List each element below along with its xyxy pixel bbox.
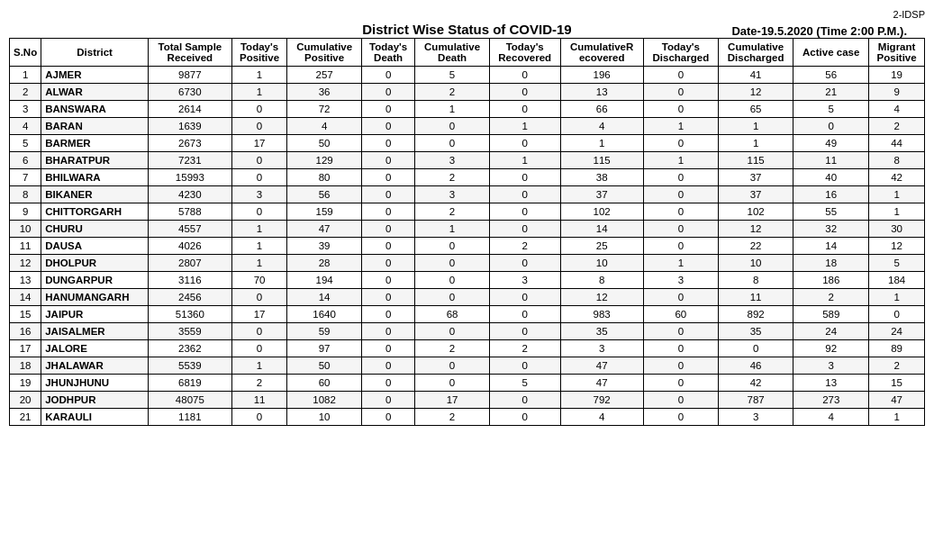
cell-district: BHILWARA [41, 169, 149, 186]
cell-cp: 72 [287, 101, 362, 118]
cell-sno: 8 [10, 186, 41, 203]
cell-cdi: 12 [718, 84, 793, 101]
cell-mp: 2 [869, 118, 925, 135]
cell-tsr: 51360 [149, 306, 232, 323]
table-row: 14HANUMANGARH24560140001201121 [10, 289, 925, 306]
cell-cdi: 12 [718, 221, 793, 238]
cell-cdi: 787 [718, 392, 793, 409]
cell-td: 0 [361, 186, 414, 203]
cell-tdi: 1 [643, 152, 718, 169]
cell-tdi: 0 [643, 238, 718, 255]
cell-mp: 1 [869, 203, 925, 221]
cell-tdi: 0 [643, 409, 718, 426]
cell-ac: 56 [793, 67, 869, 84]
cell-tsr: 9877 [149, 67, 232, 84]
cell-mp: 12 [869, 238, 925, 255]
cell-mp: 1 [869, 289, 925, 306]
cell-cr: 196 [560, 67, 643, 84]
cell-cd: 17 [415, 392, 490, 409]
cell-tdi: 0 [643, 340, 718, 357]
cell-cr: 8 [560, 272, 643, 289]
table-row: 15JAIPUR513601716400680983608925890 [10, 306, 925, 323]
cell-tdi: 0 [643, 203, 718, 221]
cell-ac: 40 [793, 169, 869, 186]
cell-cp: 194 [287, 272, 362, 289]
cell-tdi: 0 [643, 375, 718, 392]
cell-tsr: 1639 [149, 118, 232, 135]
col-cp: CumulativePositive [287, 39, 362, 67]
cell-sno: 17 [10, 340, 41, 357]
cell-tsr: 48075 [149, 392, 232, 409]
cell-mp: 15 [869, 375, 925, 392]
cell-cr: 12 [560, 289, 643, 306]
table-row: 21KARAULI118101002040341 [10, 409, 925, 426]
cell-mp: 5 [869, 255, 925, 272]
cell-cd: 5 [415, 67, 490, 84]
table-row: 1AJMER987712570501960415619 [10, 67, 925, 84]
cell-cr: 35 [560, 323, 643, 340]
cell-district: JHUNJHUNU [41, 375, 149, 392]
cell-sno: 20 [10, 392, 41, 409]
cell-district: HANUMANGARH [41, 289, 149, 306]
cell-cr: 37 [560, 186, 643, 203]
cell-tr: 0 [489, 67, 560, 84]
col-tsr: Total SampleReceived [149, 39, 232, 67]
data-table-container: S.No District Total SampleReceived Today… [9, 38, 925, 426]
table-row: 3BANSWARA26140720106606554 [10, 101, 925, 118]
cell-td: 0 [361, 323, 414, 340]
cell-cp: 257 [287, 67, 362, 84]
cell-district: DAUSA [41, 238, 149, 255]
cell-tsr: 2673 [149, 135, 232, 152]
cell-tsr: 2807 [149, 255, 232, 272]
table-header-row: S.No District Total SampleReceived Today… [10, 39, 925, 67]
cell-tr: 0 [489, 306, 560, 323]
cell-cp: 60 [287, 375, 362, 392]
cell-ac: 4 [793, 409, 869, 426]
cell-ac: 14 [793, 238, 869, 255]
cell-tp: 0 [231, 118, 287, 135]
cell-cp: 80 [287, 169, 362, 186]
cell-cdi: 0 [718, 340, 793, 357]
cell-mp: 1 [869, 186, 925, 203]
cell-tdi: 0 [643, 169, 718, 186]
cell-cdi: 115 [718, 152, 793, 169]
cell-mp: 4 [869, 101, 925, 118]
cell-district: BHARATPUR [41, 152, 149, 169]
cell-tsr: 5539 [149, 357, 232, 375]
cell-cd: 0 [415, 323, 490, 340]
col-cr: CumulativeRecovered [560, 39, 643, 67]
cell-cdi: 892 [718, 306, 793, 323]
cell-mp: 44 [869, 135, 925, 152]
cell-tr: 0 [489, 203, 560, 221]
cell-cp: 10 [287, 409, 362, 426]
cell-ac: 24 [793, 323, 869, 340]
cell-ac: 49 [793, 135, 869, 152]
cell-td: 0 [361, 238, 414, 255]
table-row: 19JHUNJHUNU6819260005470421315 [10, 375, 925, 392]
cell-tr: 0 [489, 357, 560, 375]
cell-cp: 14 [287, 289, 362, 306]
cell-mp: 184 [869, 272, 925, 289]
cell-cp: 36 [287, 84, 362, 101]
cell-cr: 38 [560, 169, 643, 186]
cell-district: JAISALMER [41, 323, 149, 340]
cell-cp: 28 [287, 255, 362, 272]
table-row: 11DAUSA4026139002250221412 [10, 238, 925, 255]
cell-tdi: 0 [643, 392, 718, 409]
cell-td: 0 [361, 221, 414, 238]
table-row: 5BARMER267317500001014944 [10, 135, 925, 152]
cell-td: 0 [361, 135, 414, 152]
cell-cdi: 1 [718, 118, 793, 135]
cell-tr: 1 [489, 152, 560, 169]
cell-td: 0 [361, 169, 414, 186]
cell-cd: 2 [415, 169, 490, 186]
col-tdi: Today'sDischarged [643, 39, 718, 67]
cell-tr: 1 [489, 118, 560, 135]
cell-district: JAIPUR [41, 306, 149, 323]
cell-tp: 0 [231, 203, 287, 221]
cell-cp: 56 [287, 186, 362, 203]
cell-ac: 92 [793, 340, 869, 357]
cell-sno: 1 [10, 67, 41, 84]
cell-ac: 21 [793, 84, 869, 101]
cell-ac: 0 [793, 118, 869, 135]
